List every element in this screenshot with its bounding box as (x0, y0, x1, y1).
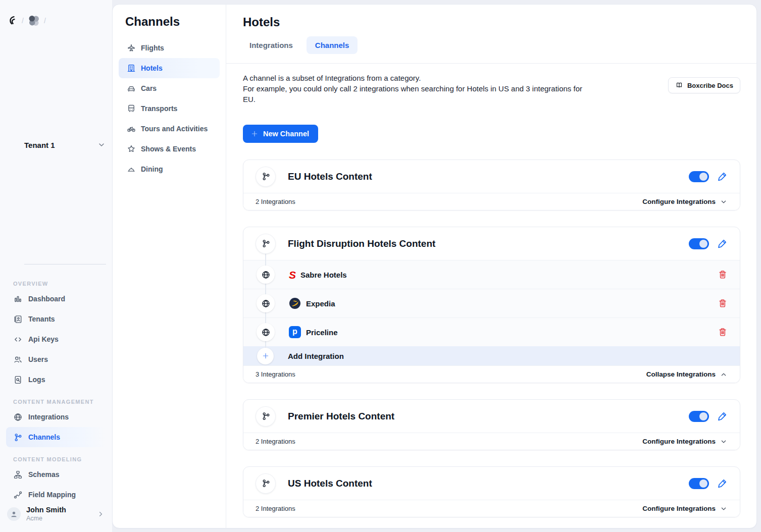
integration-count: 2 Integrations (256, 438, 295, 445)
docs-button-label: Boxcribe Docs (687, 82, 733, 89)
main-area: Hotels Integrations Channels A channel i… (226, 5, 756, 528)
channel-title: Flight Disruption Hotels Content (288, 238, 435, 249)
chevron-down-icon (720, 505, 728, 513)
sidebar-section-label: OVERVIEW (6, 281, 106, 289)
plane-icon (127, 43, 136, 52)
channel-card-us-hotels-content: US Hotels Content2 IntegrationsConfigure… (243, 466, 740, 517)
integration-row-priceline: pPriceline (243, 317, 740, 346)
configure-integrations-button[interactable]: Configure Integrations (642, 505, 728, 513)
sidebar-item-label: Integrations (28, 413, 69, 421)
sidebar-item-tenants[interactable]: Tenants (6, 309, 106, 329)
channel-category-cars[interactable]: Cars (119, 78, 220, 98)
sidebar-item-integrations[interactable]: Integrations (6, 407, 106, 427)
sidebar-item-users[interactable]: Users (6, 349, 106, 369)
sidebar-item-field-mapping[interactable]: Field Mapping (6, 485, 106, 503)
channel-category-transports[interactable]: Transports (119, 98, 220, 119)
sidebar-item-label: Dashboard (28, 295, 65, 303)
card-actions (689, 238, 728, 249)
sidebar-item-dashboard[interactable]: Dashboard (6, 289, 106, 309)
configure-integrations-button[interactable]: Configure Integrations (642, 198, 728, 206)
channel-card-premier-hotels-content: Premier Hotels Content2 IntegrationsConf… (243, 399, 740, 450)
toggle-knob (699, 173, 707, 181)
plus-icon (257, 348, 274, 364)
edit-channel-icon[interactable] (717, 411, 728, 422)
sidebar-item-channels[interactable]: Channels (6, 427, 106, 447)
user-name: John Smith (26, 506, 66, 514)
card-footer: 2 IntegrationsConfigure Integrations (243, 433, 740, 450)
bar-chart-icon (13, 294, 23, 304)
channel-enabled-toggle[interactable] (689, 171, 709, 182)
new-channel-label: New Channel (263, 130, 309, 138)
edit-channel-icon[interactable] (717, 478, 728, 489)
channel-category-hotels[interactable]: Hotels (119, 58, 220, 78)
sidebar-section-label: CONTENT MODELING (6, 456, 106, 464)
chevron-down-icon (720, 198, 728, 206)
sidebar-section-overview: OVERVIEWDashboardTenantsApi KeysUsersLog… (6, 281, 106, 390)
channels-panel-title: Channels (119, 15, 220, 29)
hotel-icon (127, 64, 136, 73)
configure-integrations-button[interactable]: Configure Integrations (642, 438, 728, 446)
sidebar-item-logs[interactable]: Logs (6, 369, 106, 390)
tab-channels[interactable]: Channels (307, 36, 358, 54)
new-channel-button[interactable]: New Channel (243, 125, 318, 143)
channel-enabled-toggle[interactable] (689, 478, 709, 489)
user-org: Acme (26, 515, 66, 522)
channel-enabled-toggle[interactable] (689, 411, 709, 422)
workspace-breadcrumb: / / (6, 14, 106, 27)
channel-enabled-toggle[interactable] (689, 238, 709, 249)
main-header: Hotels Integrations Channels (226, 5, 756, 64)
description-line: EU. (243, 94, 740, 104)
collapse-integrations-button[interactable]: Collapse Integrations (646, 370, 728, 379)
chevron-down-icon (97, 140, 106, 149)
channel-category-dining[interactable]: Dining (119, 159, 220, 179)
delete-integration-icon[interactable] (718, 298, 728, 308)
card-header: Premier Hotels Content (243, 400, 740, 433)
user-menu[interactable]: John Smith Acme (6, 503, 106, 523)
card-actions (689, 411, 728, 422)
channel-category-shows-events[interactable]: Shows & Events (119, 139, 220, 159)
globe-icon (257, 265, 275, 284)
tenant-name: Tenant 1 (24, 141, 55, 149)
sidebar-item-schemas[interactable]: Schemas (6, 464, 106, 485)
sidebar-sections: OVERVIEWDashboardTenantsApi KeysUsersLog… (6, 272, 106, 503)
channel-category-label: Transports (141, 104, 177, 113)
branch-icon (256, 234, 276, 254)
chevron-down-icon (720, 438, 728, 446)
edit-channel-icon[interactable] (717, 238, 728, 249)
sidebar-section-content-modeling: CONTENT MODELINGSchemasField Mapping (6, 456, 106, 503)
channel-category-label: Shows & Events (141, 145, 196, 153)
tenants-icon (13, 314, 23, 324)
branch-icon (13, 433, 23, 442)
branch-icon (256, 406, 276, 427)
channel-cards: EU Hotels Content2 IntegrationsConfigure… (243, 159, 740, 517)
add-integration-label: Add Integration (288, 352, 344, 360)
card-footer: 2 IntegrationsConfigure Integrations (243, 500, 740, 517)
add-integration-button[interactable]: Add Integration (243, 346, 740, 365)
boxcribe-docs-button[interactable]: Boxcribe Docs (668, 77, 740, 93)
app-sidebar: / / Tenant 1 OVERVIEWDashboardTenantsApi… (0, 0, 112, 532)
channel-category-flights[interactable]: Flights (119, 38, 220, 58)
chevron-right-icon (96, 510, 105, 518)
sidebar-item-label: Schemas (28, 470, 59, 478)
tab-integrations[interactable]: Integrations (243, 36, 299, 54)
breadcrumb-separator: / (22, 17, 24, 25)
sidebar-item-api-keys[interactable]: Api Keys (6, 329, 106, 349)
tenant-selector[interactable]: Tenant 1 (24, 29, 106, 264)
app-logo-icon (7, 15, 18, 26)
toggle-knob (699, 240, 707, 248)
content-panel: Channels FlightsHotelsCarsTransportsTour… (112, 4, 757, 528)
delete-integration-icon[interactable] (718, 327, 728, 337)
channel-title: Premier Hotels Content (288, 411, 394, 422)
channel-title: EU Hotels Content (288, 171, 372, 182)
sidebar-section-content-management: CONTENT MANAGEMENTIntegrationsChannels (6, 399, 106, 447)
code-icon (13, 335, 23, 344)
channel-category-tours-and-activities[interactable]: Tours and Activities (119, 119, 220, 139)
cloche-icon (127, 165, 136, 174)
card-header: US Hotels Content (243, 467, 740, 500)
book-icon (675, 81, 683, 89)
delete-integration-icon[interactable] (718, 270, 728, 280)
globe-icon (257, 294, 275, 312)
integration-count: 2 Integrations (256, 198, 295, 205)
org-avatar[interactable] (27, 14, 40, 27)
edit-channel-icon[interactable] (717, 171, 728, 182)
